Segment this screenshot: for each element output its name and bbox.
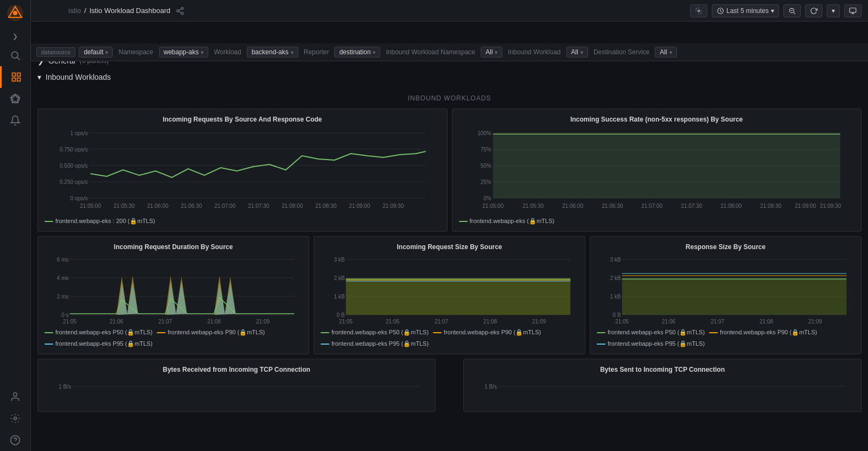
sidebar-item-user[interactable]: [10, 386, 21, 408]
filter-webapp-aks[interactable]: webapp-aks ▾: [159, 47, 209, 58]
svg-rect-7: [17, 78, 20, 81]
sidebar-collapse[interactable]: ❯: [12, 28, 18, 45]
svg-text:0 ops/s: 0 ops/s: [71, 195, 88, 201]
bytes-sent-title: Bytes Sent to Incoming TCP Connection: [470, 366, 854, 373]
inbound-workloads-header[interactable]: ▾ Inbound Workloads: [37, 68, 861, 86]
svg-point-2: [11, 52, 18, 58]
bytes-received-panel: Bytes Received from Incoming TCP Connect…: [37, 359, 436, 412]
svg-text:21:09: 21:09: [808, 319, 822, 325]
svg-point-15: [177, 10, 179, 12]
time-range-label: Last 5 minutes: [726, 7, 769, 15]
svg-text:21:08:30: 21:08:30: [315, 203, 336, 209]
incoming-requests-title: Incoming Requests By Source And Response…: [44, 116, 441, 123]
svg-text:21:07: 21:07: [711, 319, 724, 325]
svg-text:3 kB: 3 kB: [610, 257, 621, 263]
svg-text:21:09:00: 21:09:00: [349, 203, 370, 209]
chart-row-1: Incoming Requests By Source And Response…: [37, 109, 861, 232]
svg-text:21:09: 21:09: [256, 319, 270, 325]
svg-text:2 ms: 2 ms: [57, 294, 69, 300]
svg-text:21:07:30: 21:07:30: [248, 203, 269, 209]
svg-text:0 B: 0 B: [336, 312, 344, 318]
sidebar-bottom: [10, 386, 21, 423]
svg-text:1 ops/s: 1 ops/s: [71, 130, 88, 136]
filter-destination[interactable]: destination ▾: [334, 47, 380, 58]
settings-button[interactable]: [690, 4, 707, 17]
svg-text:21:05:00: 21:05:00: [482, 203, 503, 209]
sidebar-item-dashboards[interactable]: [0, 66, 30, 88]
svg-line-22: [794, 12, 795, 14]
svg-text:21:07: 21:07: [158, 319, 172, 325]
chart-row-3: Bytes Received from Incoming TCP Connect…: [37, 359, 861, 412]
filter-inbound-ns-all[interactable]: All ▾: [481, 47, 502, 58]
svg-text:21:05: 21:05: [63, 319, 76, 325]
request-duration-panel: Incoming Request Duration By Source 6 ms…: [37, 236, 309, 354]
zoom-out-button[interactable]: [783, 4, 801, 17]
topbar-right: Last 5 minutes ▾ ▾: [690, 4, 861, 17]
svg-text:21:06: 21:06: [386, 319, 399, 325]
time-range-button[interactable]: Last 5 minutes ▾: [712, 4, 779, 17]
filter-workload-label: Workload: [212, 47, 243, 57]
svg-text:100%: 100%: [477, 130, 492, 136]
request-size-legend: frontend.webapp-eks P50 (🔒mTLS) frontend…: [321, 329, 578, 347]
filter-datasource[interactable]: datasource: [36, 47, 75, 57]
sidebar-item-settings[interactable]: [10, 408, 21, 423]
filter-destination-service-all[interactable]: All ▾: [655, 47, 676, 58]
svg-text:21:06:30: 21:06:30: [181, 203, 202, 209]
success-rate-legend: frontend.webapp-eks (🔒mTLS): [459, 218, 855, 225]
legend-item-200: frontend.webapp-eks : 200 (🔒mTLS): [44, 218, 155, 225]
filter-datasource-label: datasource: [41, 49, 71, 55]
filter-inbound-ns-all-caret: ▾: [495, 49, 497, 55]
incoming-requests-panel: Incoming Requests By Source And Response…: [37, 109, 448, 232]
svg-text:2 kB: 2 kB: [610, 275, 621, 281]
sidebar-item-explore[interactable]: [0, 88, 30, 110]
filterbar: datasource default ▾ Namespace webapp-ak…: [31, 43, 868, 61]
filter-inbound-ns-label: Inbound Workload Namespace: [384, 47, 477, 57]
bytes-received-title: Bytes Received from Incoming TCP Connect…: [44, 366, 429, 373]
filter-namespace-value[interactable]: default ▾: [79, 47, 113, 58]
refresh-button[interactable]: [805, 4, 822, 17]
svg-text:0.250 ops/s: 0.250 ops/s: [60, 179, 88, 185]
request-duration-chart: 6 ms 4 ms 2 ms 0 s: [44, 255, 302, 326]
chart-row-2: Incoming Request Duration By Source 6 ms…: [37, 236, 861, 354]
svg-point-1: [13, 11, 17, 15]
svg-rect-24: [850, 8, 856, 12]
tv-mode-button[interactable]: [844, 4, 861, 17]
svg-text:21:05: 21:05: [615, 319, 629, 325]
app-logo[interactable]: [7, 4, 24, 22]
sidebar-item-search[interactable]: [0, 45, 30, 66]
sidebar-item-alerting[interactable]: [0, 110, 30, 131]
response-size-panel: Response Size By Source 3 kB 2 kB 1 kB 0…: [590, 236, 861, 354]
svg-text:21:07:30: 21:07:30: [681, 203, 702, 209]
svg-text:6 ms: 6 ms: [57, 257, 69, 263]
svg-text:21:08: 21:08: [760, 319, 773, 325]
breadcrumb-separator: /: [84, 7, 86, 15]
svg-text:75%: 75%: [480, 147, 491, 153]
svg-text:1 B/s: 1 B/s: [484, 384, 497, 390]
filter-webapp-aks-value: webapp-aks: [164, 48, 199, 56]
svg-text:1 B/s: 1 B/s: [59, 384, 71, 390]
svg-text:21:06: 21:06: [110, 319, 123, 325]
filter-destination-service-label: Destination Service: [591, 47, 652, 57]
bytes-sent-panel: Bytes Sent to Incoming TCP Connection 1 …: [463, 359, 861, 412]
inbound-workloads-section-title: INBOUND WORKLOADS: [37, 86, 861, 109]
svg-text:2 kB: 2 kB: [334, 275, 344, 281]
svg-text:21:06:00: 21:06:00: [562, 203, 583, 209]
filter-inbound-workload-all-value: All: [571, 48, 578, 56]
filter-inbound-workload-all-caret: ▾: [580, 49, 583, 55]
breadcrumb-parent[interactable]: istio: [68, 7, 81, 15]
time-range-caret: ▾: [771, 7, 774, 15]
svg-text:1 kB: 1 kB: [334, 294, 344, 300]
svg-text:4 ms: 4 ms: [57, 275, 69, 281]
breadcrumb-current: Istio Workload Dashboard: [90, 7, 170, 15]
share-button[interactable]: [176, 7, 184, 15]
svg-text:21:08: 21:08: [483, 319, 497, 325]
svg-text:21:07:00: 21:07:00: [641, 203, 662, 209]
svg-text:1 kB: 1 kB: [610, 294, 621, 300]
svg-rect-4: [12, 73, 15, 77]
filter-inbound-workload-all[interactable]: All ▾: [566, 47, 588, 58]
bytes-received-chart: 1 B/s: [44, 378, 429, 405]
svg-text:21:09: 21:09: [532, 319, 546, 325]
svg-text:21:05: 21:05: [339, 319, 353, 325]
more-button[interactable]: ▾: [827, 4, 840, 17]
filter-backend-aks[interactable]: backend-aks ▾: [247, 47, 298, 58]
